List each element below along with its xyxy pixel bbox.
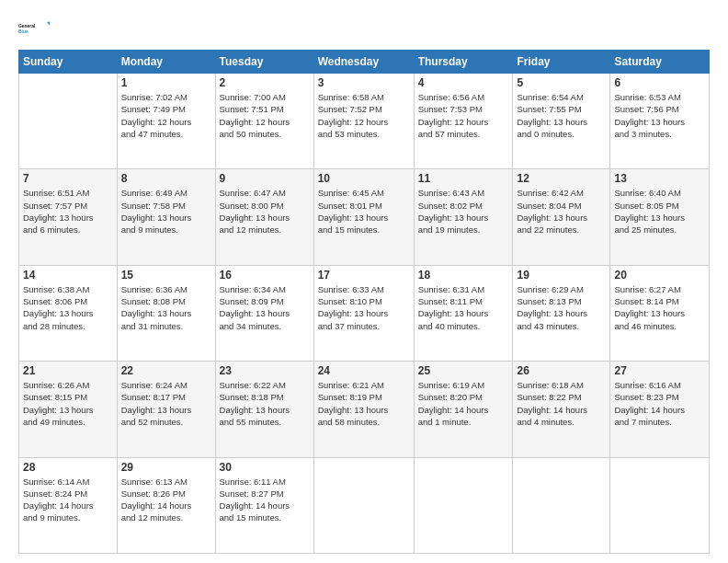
day-cell: 26Sunrise: 6:18 AM Sunset: 8:22 PM Dayli… bbox=[513, 362, 610, 457]
day-cell: 29Sunrise: 6:13 AM Sunset: 8:26 PM Dayli… bbox=[117, 457, 215, 553]
header: General Blue bbox=[18, 15, 710, 42]
day-cell: 17Sunrise: 6:33 AM Sunset: 8:10 PM Dayli… bbox=[313, 265, 414, 361]
weekday-header-friday: Friday bbox=[513, 51, 610, 74]
day-info: Sunrise: 6:11 AM Sunset: 8:27 PM Dayligh… bbox=[220, 476, 310, 524]
day-cell: 15Sunrise: 6:36 AM Sunset: 8:08 PM Dayli… bbox=[117, 265, 215, 361]
day-cell: 9Sunrise: 6:47 AM Sunset: 8:00 PM Daylig… bbox=[215, 169, 313, 265]
day-cell: 11Sunrise: 6:43 AM Sunset: 8:02 PM Dayli… bbox=[414, 169, 513, 265]
day-cell: 1Sunrise: 7:02 AM Sunset: 7:49 PM Daylig… bbox=[117, 74, 215, 169]
day-cell: 3Sunrise: 6:58 AM Sunset: 7:52 PM Daylig… bbox=[313, 74, 414, 169]
day-number: 27 bbox=[614, 364, 705, 377]
day-info: Sunrise: 6:13 AM Sunset: 8:26 PM Dayligh… bbox=[121, 476, 211, 524]
day-cell: 6Sunrise: 6:53 AM Sunset: 7:56 PM Daylig… bbox=[610, 74, 710, 169]
logo: General Blue bbox=[18, 15, 51, 42]
day-number: 20 bbox=[614, 269, 705, 282]
day-info: Sunrise: 6:19 AM Sunset: 8:20 PM Dayligh… bbox=[418, 379, 509, 428]
day-info: Sunrise: 6:47 AM Sunset: 8:00 PM Dayligh… bbox=[220, 187, 310, 236]
week-row-5: 28Sunrise: 6:14 AM Sunset: 8:24 PM Dayli… bbox=[19, 457, 710, 553]
day-info: Sunrise: 6:18 AM Sunset: 8:22 PM Dayligh… bbox=[517, 379, 606, 428]
day-cell: 5Sunrise: 6:54 AM Sunset: 7:55 PM Daylig… bbox=[513, 74, 610, 169]
day-info: Sunrise: 6:36 AM Sunset: 8:08 PM Dayligh… bbox=[121, 283, 211, 332]
day-number: 5 bbox=[517, 76, 606, 89]
day-info: Sunrise: 6:16 AM Sunset: 8:23 PM Dayligh… bbox=[614, 379, 705, 428]
day-number: 18 bbox=[418, 269, 509, 282]
day-number: 24 bbox=[318, 364, 410, 377]
day-info: Sunrise: 6:38 AM Sunset: 8:06 PM Dayligh… bbox=[23, 283, 113, 332]
day-number: 11 bbox=[418, 172, 509, 185]
day-cell: 27Sunrise: 6:16 AM Sunset: 8:23 PM Dayli… bbox=[610, 362, 710, 457]
day-cell: 14Sunrise: 6:38 AM Sunset: 8:06 PM Dayli… bbox=[19, 265, 118, 361]
day-number: 10 bbox=[318, 172, 410, 185]
day-cell: 25Sunrise: 6:19 AM Sunset: 8:20 PM Dayli… bbox=[414, 362, 513, 457]
day-cell bbox=[610, 457, 710, 553]
day-cell: 16Sunrise: 6:34 AM Sunset: 8:09 PM Dayli… bbox=[215, 265, 313, 361]
day-info: Sunrise: 6:21 AM Sunset: 8:19 PM Dayligh… bbox=[318, 379, 410, 428]
day-number: 14 bbox=[23, 269, 113, 282]
day-info: Sunrise: 6:56 AM Sunset: 7:53 PM Dayligh… bbox=[418, 91, 509, 140]
day-cell: 7Sunrise: 6:51 AM Sunset: 7:57 PM Daylig… bbox=[19, 169, 118, 265]
day-cell: 20Sunrise: 6:27 AM Sunset: 8:14 PM Dayli… bbox=[610, 265, 710, 361]
weekday-header-wednesday: Wednesday bbox=[313, 51, 414, 74]
svg-text:Blue: Blue bbox=[18, 29, 28, 34]
week-row-1: 1Sunrise: 7:02 AM Sunset: 7:49 PM Daylig… bbox=[19, 74, 710, 169]
day-cell: 18Sunrise: 6:31 AM Sunset: 8:11 PM Dayli… bbox=[414, 265, 513, 361]
day-info: Sunrise: 6:45 AM Sunset: 8:01 PM Dayligh… bbox=[318, 187, 410, 236]
day-info: Sunrise: 6:40 AM Sunset: 8:05 PM Dayligh… bbox=[614, 187, 705, 236]
day-cell: 22Sunrise: 6:24 AM Sunset: 8:17 PM Dayli… bbox=[117, 362, 215, 457]
day-cell: 30Sunrise: 6:11 AM Sunset: 8:27 PM Dayli… bbox=[215, 457, 313, 553]
day-info: Sunrise: 6:53 AM Sunset: 7:56 PM Dayligh… bbox=[614, 91, 705, 140]
page: General Blue SundayMondayTuesdayWednesda… bbox=[0, 0, 728, 563]
day-number: 3 bbox=[318, 76, 410, 89]
day-number: 28 bbox=[23, 461, 113, 474]
day-info: Sunrise: 6:24 AM Sunset: 8:17 PM Dayligh… bbox=[121, 379, 211, 428]
day-info: Sunrise: 6:54 AM Sunset: 7:55 PM Dayligh… bbox=[517, 91, 606, 140]
day-cell: 24Sunrise: 6:21 AM Sunset: 8:19 PM Dayli… bbox=[313, 362, 414, 457]
day-cell bbox=[414, 457, 513, 553]
day-number: 25 bbox=[418, 364, 509, 377]
day-info: Sunrise: 6:58 AM Sunset: 7:52 PM Dayligh… bbox=[318, 91, 410, 140]
day-info: Sunrise: 6:49 AM Sunset: 7:58 PM Dayligh… bbox=[121, 187, 211, 236]
day-number: 9 bbox=[220, 172, 310, 185]
day-number: 4 bbox=[418, 76, 509, 89]
day-number: 7 bbox=[23, 172, 113, 185]
day-info: Sunrise: 6:51 AM Sunset: 7:57 PM Dayligh… bbox=[23, 187, 113, 236]
day-cell: 13Sunrise: 6:40 AM Sunset: 8:05 PM Dayli… bbox=[610, 169, 710, 265]
day-info: Sunrise: 7:00 AM Sunset: 7:51 PM Dayligh… bbox=[220, 91, 310, 140]
day-cell bbox=[313, 457, 414, 553]
weekday-header-thursday: Thursday bbox=[414, 51, 513, 74]
day-info: Sunrise: 6:22 AM Sunset: 8:18 PM Dayligh… bbox=[220, 379, 310, 428]
week-row-3: 14Sunrise: 6:38 AM Sunset: 8:06 PM Dayli… bbox=[19, 265, 710, 361]
day-cell: 8Sunrise: 6:49 AM Sunset: 7:58 PM Daylig… bbox=[117, 169, 215, 265]
day-number: 26 bbox=[517, 364, 606, 377]
day-number: 1 bbox=[121, 76, 211, 89]
day-cell bbox=[513, 457, 610, 553]
day-number: 12 bbox=[517, 172, 606, 185]
day-number: 22 bbox=[121, 364, 211, 377]
day-info: Sunrise: 6:33 AM Sunset: 8:10 PM Dayligh… bbox=[318, 283, 410, 332]
day-number: 30 bbox=[220, 461, 310, 474]
svg-marker-2 bbox=[47, 22, 51, 26]
day-info: Sunrise: 6:14 AM Sunset: 8:24 PM Dayligh… bbox=[23, 476, 113, 524]
day-number: 17 bbox=[318, 269, 410, 282]
day-cell: 2Sunrise: 7:00 AM Sunset: 7:51 PM Daylig… bbox=[215, 74, 313, 169]
day-cell: 12Sunrise: 6:42 AM Sunset: 8:04 PM Dayli… bbox=[513, 169, 610, 265]
day-number: 13 bbox=[614, 172, 705, 185]
day-number: 21 bbox=[23, 364, 113, 377]
logo-icon: General Blue bbox=[18, 15, 51, 42]
day-info: Sunrise: 6:42 AM Sunset: 8:04 PM Dayligh… bbox=[517, 187, 606, 236]
day-number: 19 bbox=[517, 269, 606, 282]
day-cell bbox=[19, 74, 118, 169]
day-info: Sunrise: 6:31 AM Sunset: 8:11 PM Dayligh… bbox=[418, 283, 509, 332]
day-number: 23 bbox=[220, 364, 310, 377]
day-cell: 23Sunrise: 6:22 AM Sunset: 8:18 PM Dayli… bbox=[215, 362, 313, 457]
weekday-header-tuesday: Tuesday bbox=[215, 51, 313, 74]
day-number: 29 bbox=[121, 461, 211, 474]
day-info: Sunrise: 6:43 AM Sunset: 8:02 PM Dayligh… bbox=[418, 187, 509, 236]
day-cell: 4Sunrise: 6:56 AM Sunset: 7:53 PM Daylig… bbox=[414, 74, 513, 169]
day-cell: 28Sunrise: 6:14 AM Sunset: 8:24 PM Dayli… bbox=[19, 457, 118, 553]
day-number: 2 bbox=[220, 76, 310, 89]
svg-text:General: General bbox=[18, 24, 36, 29]
day-number: 6 bbox=[614, 76, 705, 89]
day-info: Sunrise: 7:02 AM Sunset: 7:49 PM Dayligh… bbox=[121, 91, 211, 140]
day-cell: 19Sunrise: 6:29 AM Sunset: 8:13 PM Dayli… bbox=[513, 265, 610, 361]
